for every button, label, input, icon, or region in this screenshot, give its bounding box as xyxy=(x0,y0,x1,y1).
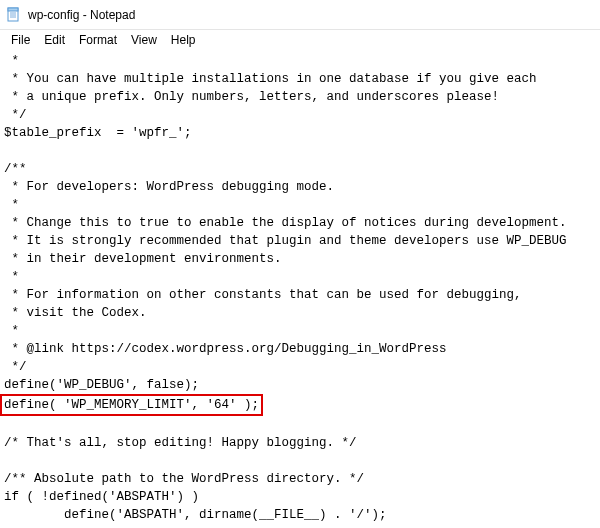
code-line: define( 'WP_MEMORY_LIMIT', '64' ); xyxy=(4,398,259,412)
code-line: * You can have multiple installations in… xyxy=(4,72,537,86)
code-line: if ( !defined('ABSPATH') ) xyxy=(4,490,199,504)
highlighted-line: define( 'WP_MEMORY_LIMIT', '64' ); xyxy=(0,394,263,416)
code-line: /** xyxy=(4,162,27,176)
menu-format[interactable]: Format xyxy=(72,32,124,48)
editor-content[interactable]: * * You can have multiple installations … xyxy=(0,50,600,528)
code-line: * For information on other constants tha… xyxy=(4,288,522,302)
code-line: * a unique prefix. Only numbers, letters… xyxy=(4,90,499,104)
window-title: wp-config - Notepad xyxy=(28,8,135,22)
menu-view[interactable]: View xyxy=(124,32,164,48)
code-line: $table_prefix = 'wpfr_'; xyxy=(4,126,192,140)
code-line: * xyxy=(4,324,19,338)
code-line: * xyxy=(4,270,19,284)
code-line: /* That's all, stop editing! Happy blogg… xyxy=(4,436,357,450)
code-line: define('ABSPATH', dirname(__FILE__) . '/… xyxy=(4,508,387,522)
menubar: File Edit Format View Help xyxy=(0,30,600,50)
menu-edit[interactable]: Edit xyxy=(37,32,72,48)
code-line: * For developers: WordPress debugging mo… xyxy=(4,180,334,194)
code-line: * in their development environments. xyxy=(4,252,282,266)
svg-rect-1 xyxy=(8,8,18,11)
code-line: * Change this to true to enable the disp… xyxy=(4,216,567,230)
code-line: /** Absolute path to the WordPress direc… xyxy=(4,472,364,486)
titlebar: wp-config - Notepad xyxy=(0,0,600,30)
code-line: * xyxy=(4,198,19,212)
notepad-icon xyxy=(6,7,22,23)
code-line: * xyxy=(4,54,19,68)
menu-help[interactable]: Help xyxy=(164,32,203,48)
menu-file[interactable]: File xyxy=(4,32,37,48)
code-line: * @link https://codex.wordpress.org/Debu… xyxy=(4,342,447,356)
code-line: */ xyxy=(4,108,27,122)
code-line: */ xyxy=(4,360,27,374)
code-line: * visit the Codex. xyxy=(4,306,147,320)
code-line: * It is strongly recommended that plugin… xyxy=(4,234,567,248)
code-line: define('WP_DEBUG', false); xyxy=(4,378,199,392)
